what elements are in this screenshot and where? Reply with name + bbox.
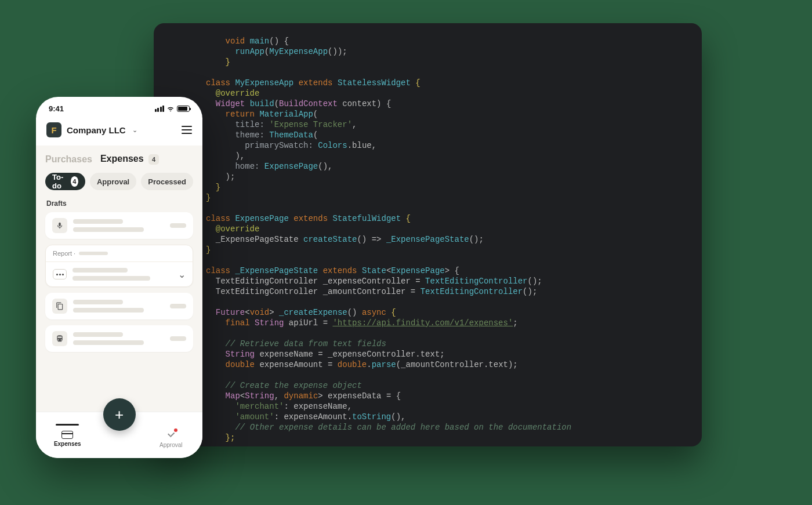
- signal-icon: [155, 106, 165, 112]
- chip-todo[interactable]: To-do 4: [45, 173, 85, 190]
- main-content: Purchases Expenses 4 To-do 4 Approval Pr…: [36, 146, 202, 412]
- app-bar: F Company LLC ⌄: [36, 118, 202, 146]
- card-icon: [61, 431, 73, 439]
- company-selector[interactable]: F Company LLC ⌄: [46, 122, 137, 137]
- expense-placeholder: [73, 332, 164, 345]
- chip-todo-label: To-do: [52, 173, 67, 190]
- chevron-down-icon: ⌄: [132, 126, 137, 134]
- mic-icon: [52, 218, 67, 233]
- nav-approval-label: Approval: [160, 442, 182, 448]
- expense-card[interactable]: [45, 293, 193, 319]
- expense-placeholder: [73, 219, 164, 232]
- tab-expenses-label: Expenses: [100, 154, 144, 164]
- notification-dot-icon: [174, 428, 177, 432]
- copy-icon: [52, 299, 67, 314]
- amount-placeholder: [170, 223, 186, 228]
- brand-logo-icon: F: [46, 122, 61, 137]
- chip-todo-badge: 4: [71, 176, 78, 187]
- report-group[interactable]: Report · ⌄: [45, 245, 193, 287]
- report-prefix: Report ·: [53, 250, 75, 257]
- top-tabs: Purchases Expenses 4: [45, 154, 193, 165]
- code-editor: void main() { runApp(MyExpenseApp()); } …: [154, 23, 702, 446]
- code-block: void main() { runApp(MyExpenseApp()); } …: [206, 36, 684, 443]
- bottom-nav: + Expenses Approval: [36, 412, 202, 458]
- fab-add-button[interactable]: +: [103, 398, 136, 431]
- expense-placeholder: [73, 300, 164, 313]
- expense-card[interactable]: [45, 325, 193, 352]
- status-time: 9:41: [49, 104, 64, 113]
- tab-expenses[interactable]: Expenses 4: [100, 154, 159, 165]
- section-drafts-label: Drafts: [46, 199, 193, 208]
- train-icon: [52, 331, 67, 346]
- tab-expenses-badge: 4: [148, 154, 159, 165]
- amount-placeholder: [170, 336, 186, 341]
- chip-approval[interactable]: Approval: [90, 173, 136, 190]
- company-name: Company LLC: [67, 125, 126, 135]
- nav-expenses-label: Expenses: [54, 441, 81, 447]
- phone-mockup: 9:41 F Company LLC ⌄ Purchases Expenses …: [36, 97, 202, 458]
- nav-approval[interactable]: Approval: [140, 412, 203, 458]
- battery-icon: [177, 106, 190, 112]
- chevron-down-icon[interactable]: ⌄: [178, 269, 186, 280]
- amount-placeholder: [170, 304, 186, 308]
- nav-expenses[interactable]: Expenses: [36, 412, 99, 458]
- expense-card[interactable]: [45, 212, 193, 239]
- status-bar: 9:41: [36, 97, 202, 118]
- wifi-icon: [166, 104, 175, 112]
- more-icon[interactable]: [53, 269, 67, 279]
- check-icon: [166, 430, 176, 440]
- report-name-placeholder: [79, 252, 108, 255]
- menu-button[interactable]: [182, 126, 192, 134]
- report-header: Report ·: [46, 245, 193, 261]
- tab-purchases[interactable]: Purchases: [45, 154, 92, 165]
- filter-chips: To-do 4 Approval Processed: [45, 173, 193, 190]
- expense-placeholder: [72, 268, 172, 281]
- chip-processed[interactable]: Processed: [141, 173, 193, 190]
